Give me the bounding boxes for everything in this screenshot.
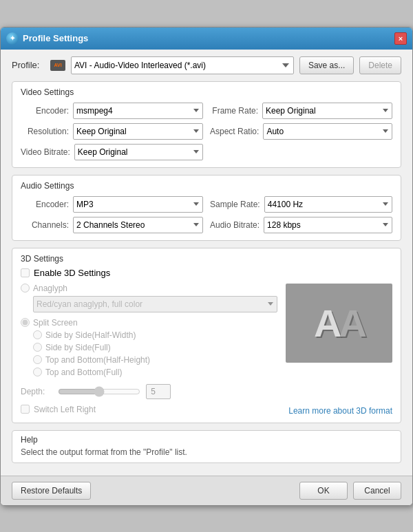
depth-number-input[interactable] [146,384,171,399]
channels-row: Channels: 2 Channels Stereo [21,217,203,233]
top-bottom-half-label: Top and Bottom(Half-Height) [45,355,150,365]
audio-encoder-select[interactable]: MP3 [73,196,203,213]
title-bar-left: ✦ Profile Settings [6,32,88,45]
side-by-side-half-row: Side by Side(Half-Width) [33,330,277,340]
audio-settings-title: Audio Settings [21,181,392,191]
profile-row: Profile: AVI AVI - Audio-Video Interleav… [12,56,401,74]
anaglyph-radio[interactable] [21,284,30,292]
restore-defaults-button[interactable]: Restore Defaults [12,482,91,500]
switch-learn-row: Switch Left Right Learn more about 3D fo… [21,403,392,416]
enable-3d-label: Enable 3D Settings [34,268,110,278]
side-by-side-half-radio[interactable] [33,330,42,339]
top-bottom-full-radio[interactable] [33,368,42,376]
video-bitrate-select[interactable]: Keep Original [74,144,203,160]
aspect-ratio-select[interactable]: Auto [263,123,392,140]
split-screen-radio[interactable] [21,318,30,327]
switch-left-right-checkbox[interactable] [21,405,30,414]
title-bar: ✦ Profile Settings × [1,28,412,50]
frame-rate-select[interactable]: Keep Original [262,103,392,119]
top-bottom-half-row: Top and Bottom(Half-Height) [33,355,277,365]
depth-row: Depth: [21,384,392,399]
enable-3d-row: Enable 3D Settings [21,268,392,278]
audio-settings-section: Audio Settings Encoder: MP3 Sample Rate:… [12,175,401,241]
close-button[interactable]: × [394,32,407,45]
ok-button[interactable]: OK [299,482,348,500]
encoder-select[interactable]: msmpeg4 [73,103,203,119]
frame-rate-label: Frame Rate: [210,106,258,116]
aspect-ratio-label: Aspect Ratio: [210,127,259,136]
3d-options-left: Anaglyph Red/cyan anaglyph, full color S… [21,284,277,380]
save-as-button[interactable]: Save as... [299,56,354,74]
dialog-title: Profile Settings [23,33,88,43]
sample-rate-row: Sample Rate: 44100 Hz [210,196,392,213]
channels-label: Channels: [21,220,69,230]
top-bottom-full-row: Top and Bottom(Full) [33,368,277,377]
top-bottom-half-radio[interactable] [33,355,42,364]
audio-bitrate-label: Audio Bitrate: [210,220,260,230]
aspect-ratio-row: Aspect Ratio: Auto [210,123,392,140]
bottom-right-buttons: OK Cancel [299,482,401,500]
frame-rate-row: Frame Rate: Keep Original [210,103,392,119]
split-screen-options: Side by Side(Half-Width) Side by Side(Fu… [33,330,277,377]
delete-button[interactable]: Delete [359,56,401,74]
sample-rate-label: Sample Rate: [210,200,260,209]
side-by-side-half-label: Side by Side(Half-Width) [45,330,136,340]
help-text: Select the output format from the "Profi… [21,447,392,457]
sample-rate-select[interactable]: 44100 Hz [264,196,392,213]
anaglyph-radio-row: Anaglyph [21,284,277,293]
profile-label: Profile: [12,60,45,70]
cancel-button[interactable]: Cancel [353,482,401,500]
anaglyph-label: Anaglyph [33,284,67,293]
top-bottom-full-label: Top and Bottom(Full) [45,368,122,377]
resolution-select[interactable]: Keep Original [73,123,203,140]
anaglyph-select[interactable]: Red/cyan anaglyph, full color [33,296,277,312]
side-by-side-full-label: Side by Side(Full) [45,343,111,352]
video-bitrate-label: Video Bitrate: [21,147,70,157]
settings-3d-title: 3D Settings [21,254,392,264]
avi-icon: AVI [50,60,65,71]
side-by-side-full-radio[interactable] [33,343,42,352]
learn-more-link[interactable]: Learn more about 3D format [288,406,392,416]
audio-settings-grid: Encoder: MP3 Sample Rate: 44100 Hz Chann… [21,196,392,233]
3d-main-content: Anaglyph Red/cyan anaglyph, full color S… [21,284,392,380]
profile-select[interactable]: AVI - Audio-Video Interleaved (*.avi) [71,56,294,74]
bottom-bar: Restore Defaults OK Cancel [1,476,412,505]
resolution-label: Resolution: [21,127,69,136]
help-section: Help Select the output format from the "… [12,430,401,463]
audio-bitrate-select[interactable]: 128 kbps [264,217,392,233]
3d-preview: AA [286,284,392,363]
resolution-row: Resolution: Keep Original [21,123,203,140]
side-by-side-full-row: Side by Side(Full) [33,343,277,352]
profile-settings-dialog: ✦ Profile Settings × Profile: AVI AVI - … [0,27,413,506]
depth-label: Depth: [21,387,52,396]
split-screen-label: Split Screen [33,318,78,328]
switch-left-right-label: Switch Left Right [34,405,96,414]
split-screen-radio-row: Split Screen [21,318,277,328]
video-settings-title: Video Settings [21,87,392,97]
help-title: Help [21,435,392,445]
settings-3d-section: 3D Settings Enable 3D Settings Anaglyph [12,248,401,423]
anaglyph-select-wrapper: Red/cyan anaglyph, full color [33,296,277,312]
encoder-label: Encoder: [21,106,69,116]
enable-3d-checkbox[interactable] [21,268,30,277]
dialog-content: Profile: AVI AVI - Audio-Video Interleav… [1,50,412,476]
video-settings-section: Video Settings Encoder: msmpeg4 Frame Ra… [12,81,401,168]
encoder-row: Encoder: msmpeg4 [21,103,203,119]
audio-encoder-label: Encoder: [21,200,69,209]
depth-slider[interactable] [58,386,140,397]
audio-bitrate-row: Audio Bitrate: 128 kbps [210,217,392,233]
video-settings-grid: Encoder: msmpeg4 Frame Rate: Keep Origin… [21,103,392,160]
channels-select[interactable]: 2 Channels Stereo [73,217,203,233]
audio-encoder-row: Encoder: MP3 [21,196,203,213]
app-icon: ✦ [6,32,19,45]
preview-aa-text: AA [314,301,364,345]
switch-left-right-row: Switch Left Right [21,405,96,414]
video-bitrate-row: Video Bitrate: Keep Original [21,144,203,160]
